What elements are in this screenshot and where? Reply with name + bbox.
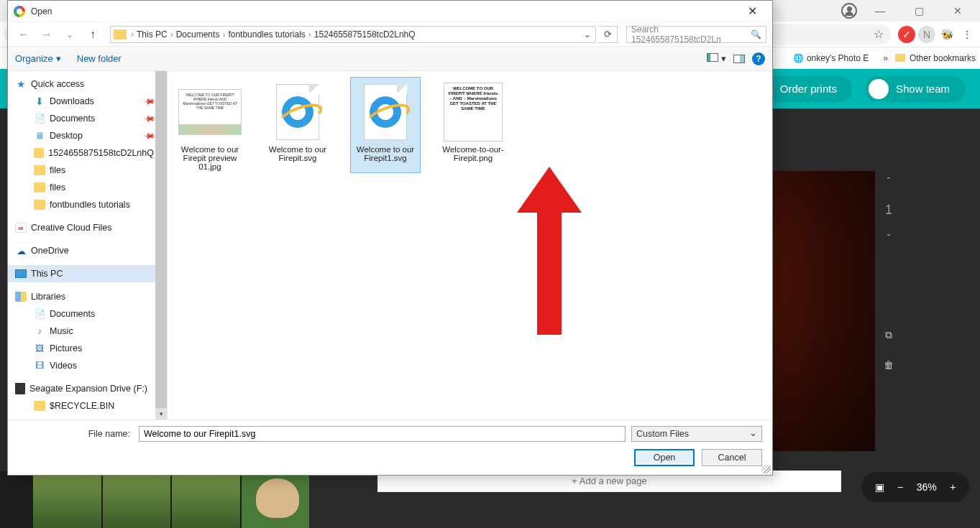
pictures-icon: 🖼 <box>34 343 45 353</box>
libraries-icon <box>15 292 27 302</box>
tree-desktop[interactable]: 🖥Desktop📌 <box>8 127 167 144</box>
breadcrumb-segment[interactable]: fontbundles tutorials <box>228 29 305 40</box>
new-folder-button[interactable]: New folder <box>77 53 122 64</box>
open-button[interactable]: Open <box>634 449 695 466</box>
zoom-in-button[interactable]: + <box>950 481 956 493</box>
show-team-button[interactable]: Show team <box>864 76 966 102</box>
breadcrumb-segment[interactable]: Documents <box>176 29 220 40</box>
folder-tree[interactable]: ★Quick access ⬇Downloads📌 📄Documents📌 🖥D… <box>8 71 168 420</box>
tree-label: Libraries <box>31 292 65 302</box>
breadcrumb[interactable]: › This PC› Documents› fontbundles tutori… <box>110 26 596 43</box>
tree-lib-videos[interactable]: 🎞Videos <box>8 357 167 374</box>
search-input[interactable]: Search 1524655875158tcD2Ln 🔍 <box>626 26 766 43</box>
svg-thumbnail <box>276 84 319 140</box>
tree-documents[interactable]: 📄Documents📌 <box>8 110 167 127</box>
tree-libraries[interactable]: Libraries <box>8 288 167 305</box>
file-item-selected[interactable]: Welcome to our Firepit1.svg <box>350 77 421 173</box>
nav-recent-button[interactable]: ⌄ <box>60 25 80 44</box>
download-icon: ⬇ <box>34 96 45 106</box>
tree-lib-pictures[interactable]: 🖼Pictures <box>8 340 167 357</box>
other-bookmarks-label: Other bookmarks <box>910 53 976 63</box>
maximize-button[interactable]: ▢ <box>902 0 935 22</box>
file-item[interactable]: Welcome to our Firepit.svg <box>262 77 333 173</box>
bookmark-star-icon[interactable]: ☆ <box>874 27 884 41</box>
filter-label: Custom Files <box>636 429 689 439</box>
document-icon: 📄 <box>34 114 45 124</box>
scrollbar-thumb[interactable] <box>155 71 167 416</box>
dialog-toolbar: Organize ▾ New folder ▾ ? <box>8 47 772 71</box>
zoom-value[interactable]: 36% <box>917 481 937 493</box>
breadcrumb-segment[interactable]: This PC <box>137 29 168 40</box>
thumbnail[interactable] <box>103 471 171 528</box>
refresh-button[interactable]: ⟳ <box>599 26 618 43</box>
tree-seagate-drive[interactable]: Seagate Expansion Drive (F:) <box>8 380 167 397</box>
file-type-filter[interactable]: Custom Files <box>631 426 762 442</box>
thumbnail[interactable] <box>33 471 101 528</box>
tree-label: files <box>50 182 65 193</box>
bookmark-overflow-icon[interactable]: » <box>883 53 888 63</box>
preview-pane-button[interactable] <box>733 55 745 63</box>
dialog-footer: File name: Custom Files Open Cancel <box>8 420 772 475</box>
svg-marker-0 <box>517 167 582 335</box>
tree-lib-documents[interactable]: 📄Documents <box>8 305 167 323</box>
annotation-arrow-icon <box>517 167 582 335</box>
tree-onedrive[interactable]: ☁OneDrive <box>8 242 167 259</box>
zoom-out-button[interactable]: − <box>897 481 903 493</box>
tree-recycle[interactable]: $RECYCLE.BIN <box>8 397 167 414</box>
tree-downloads[interactable]: ⬇Downloads📌 <box>8 93 167 110</box>
cancel-button[interactable]: Cancel <box>702 449 762 466</box>
folder-icon <box>34 182 45 193</box>
file-item[interactable]: WELCOME TO OUR FIREPIT WHERE friends AND… <box>175 77 245 173</box>
view-mode-button[interactable]: ▾ <box>707 53 726 64</box>
dialog-body: ★Quick access ⬇Downloads📌 📄Documents📌 🖥D… <box>8 71 772 420</box>
minimize-button[interactable]: — <box>864 0 897 22</box>
tree-label: $RECYCLE.BIN <box>50 401 114 411</box>
breadcrumb-segment[interactable]: 1524655875158tcD2LnhQ <box>314 29 416 40</box>
order-prints-button[interactable]: Order prints <box>764 76 853 102</box>
thumbnail[interactable] <box>172 471 240 528</box>
filename-input[interactable] <box>139 426 626 442</box>
search-placeholder: Search 1524655875158tcD2Ln <box>631 24 751 45</box>
delete-page-icon[interactable]: 🗑 <box>878 354 899 376</box>
tree-label: Desktop <box>50 131 83 141</box>
chrome-menu-icon[interactable]: ⋮ <box>958 26 976 43</box>
window-close-button[interactable]: ✕ <box>941 0 974 22</box>
bookmark-item[interactable]: 🌐 onkey's Photo E <box>793 53 869 63</box>
breadcrumb-dropdown-icon[interactable]: ⌄ <box>580 29 595 40</box>
dialog-close-button[interactable]: ✕ <box>738 1 766 22</box>
tree-folder[interactable]: files <box>8 179 167 196</box>
music-icon: ♪ <box>34 326 45 336</box>
resize-grip[interactable] <box>762 465 771 473</box>
tree-label: fontbundles tutorials <box>50 200 130 210</box>
nav-up-button[interactable]: ↑ <box>83 25 103 44</box>
folder-icon <box>34 200 45 210</box>
present-icon[interactable]: ▣ <box>875 481 884 493</box>
page-up-button[interactable]: ˆ <box>878 171 899 193</box>
tree-this-pc[interactable]: This PC <box>8 265 167 282</box>
scrollbar-down-icon[interactable]: ▾ <box>155 408 167 420</box>
page-down-button[interactable]: ˇ <box>878 228 899 249</box>
tree-scrollbar[interactable]: ▾ <box>155 71 167 420</box>
thumbnail[interactable] <box>242 471 310 528</box>
tree-folder[interactable]: 1524655875158tcD2LnhQ <box>8 144 167 162</box>
tree-quick-access[interactable]: ★Quick access <box>8 75 167 93</box>
tree-creative-cloud[interactable]: ∞Creative Cloud Files <box>8 219 167 236</box>
file-list[interactable]: WELCOME TO OUR FIREPIT WHERE friends AND… <box>168 71 772 420</box>
folder-icon <box>34 401 45 411</box>
file-item[interactable]: WELCOME TO OUR FIREPIT WHERE friends ~ A… <box>438 77 508 173</box>
profile-icon[interactable] <box>841 2 858 19</box>
extension-icon-bee[interactable]: 🐝 <box>938 26 956 43</box>
organize-menu[interactable]: Organize ▾ <box>15 53 61 64</box>
tree-label: Documents <box>50 114 95 124</box>
nav-forward-button[interactable]: → <box>37 25 57 44</box>
tree-lib-music[interactable]: ♪Music <box>8 323 167 340</box>
extension-icon-grey[interactable]: N <box>918 26 935 43</box>
help-icon[interactable]: ? <box>752 52 765 65</box>
other-bookmarks[interactable]: Other bookmarks <box>895 53 976 63</box>
extension-icon-red[interactable]: ✓ <box>898 26 915 43</box>
tree-folder[interactable]: files <box>8 162 167 179</box>
zoom-control: ▣ − 36% + <box>861 472 969 502</box>
duplicate-page-icon[interactable]: ⧉ <box>878 324 899 346</box>
tree-folder[interactable]: fontbundles tutorials <box>8 196 167 213</box>
nav-back-button[interactable]: ← <box>14 25 34 44</box>
